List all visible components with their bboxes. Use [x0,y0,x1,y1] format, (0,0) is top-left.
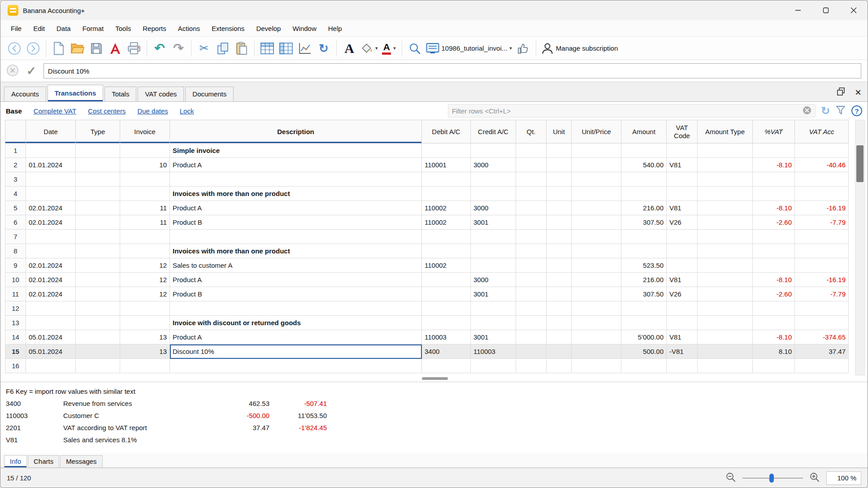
menu-item-develop[interactable]: Develop [250,20,286,36]
cell-vat_code[interactable] [667,359,698,373]
cell-unit[interactable] [547,244,572,258]
cell-description[interactable]: Product A [170,330,422,344]
cell-amount_type[interactable] [698,287,753,301]
cell-qt[interactable] [516,301,547,316]
col-header-qt[interactable]: Qt. [516,120,547,144]
cell-amount[interactable] [621,172,667,187]
cell-qt[interactable] [516,244,547,258]
col-header-date[interactable]: Date [26,120,76,144]
cell-num[interactable]: 14 [5,330,26,344]
cell-amount_type[interactable] [698,158,753,172]
cell-vat_acc[interactable] [795,230,849,244]
cell-vat_code[interactable]: V81 [667,158,698,172]
bottom-tab-charts[interactable]: Charts [28,455,59,467]
cell-date[interactable] [26,316,76,330]
cell-num[interactable]: 15 [5,344,26,359]
cell-amount[interactable] [621,144,667,158]
cell-debit[interactable]: 110003 [422,330,471,344]
cell-amount[interactable] [621,316,667,330]
cell-qt[interactable] [516,359,547,373]
cell-date[interactable] [26,144,76,158]
cell-date[interactable] [26,230,76,244]
cell-credit[interactable] [471,230,516,244]
cell-vat_code[interactable]: V26 [667,287,698,301]
cell-description[interactable]: Product A [170,158,422,172]
cell-amount[interactable] [621,230,667,244]
cell-unit[interactable] [547,172,572,187]
cell-description[interactable]: Invoice with discount or returned goods [170,316,422,330]
zoom-in-button[interactable] [809,472,820,484]
cell-description[interactable] [170,301,422,316]
cell-vat_code[interactable] [667,316,698,330]
tab-accounts[interactable]: Accounts [4,87,46,101]
open-file-button[interactable] [68,39,87,58]
tab-vat-codes[interactable]: VAT codes [138,87,184,101]
cell-pct_vat[interactable]: -2.60 [753,287,795,301]
cell-credit[interactable] [471,316,516,330]
cell-pct_vat[interactable] [753,144,795,158]
view-due-dates[interactable]: Due dates [137,107,168,115]
cell-num[interactable]: 7 [5,230,26,244]
cell-unit_price[interactable] [572,287,621,301]
cell-qt[interactable] [516,172,547,187]
cell-debit[interactable] [422,316,471,330]
col-header-unit_price[interactable]: Unit/Price [572,120,621,144]
col-header-amount_type[interactable]: Amount Type [698,120,753,144]
cell-type[interactable] [76,316,120,330]
cell-pct_vat[interactable] [753,359,795,373]
cell-invoice[interactable]: 12 [120,258,170,273]
cell-num[interactable]: 8 [5,244,26,258]
cell-invoice[interactable]: 12 [120,273,170,287]
cell-pct_vat[interactable]: 8.10 [753,344,795,359]
cell-debit[interactable] [422,144,471,158]
menu-item-extensions[interactable]: Extensions [206,20,250,36]
cell-invoice[interactable] [120,230,170,244]
cell-vat_acc[interactable]: -16.19 [795,201,849,215]
horizontal-scrollbar-thumb[interactable] [422,377,448,380]
cell-num[interactable]: 2 [5,158,26,172]
cell-pct_vat[interactable]: -8.10 [753,330,795,344]
cell-amount_type[interactable] [698,215,753,230]
cell-pct_vat[interactable] [753,316,795,330]
cell-qt[interactable] [516,187,547,201]
font-color-button[interactable]: A ▾ [380,39,399,58]
menu-item-window[interactable]: Window [286,20,322,36]
cell-vat_acc[interactable] [795,258,849,273]
cell-vat_acc[interactable]: -40.46 [795,158,849,172]
cell-pct_vat[interactable]: -8.10 [753,273,795,287]
cell-description[interactable]: Invoices with more than one product [170,244,422,258]
cell-type[interactable] [76,301,120,316]
cell-credit[interactable]: 3000 [471,273,516,287]
manage-subscription-button[interactable]: Manage subscription [539,39,620,58]
cell-date[interactable] [26,187,76,201]
cell-amount[interactable]: 500.00 [621,344,667,359]
cell-vat_code[interactable]: V81 [667,330,698,344]
cell-vat_code[interactable] [667,144,698,158]
col-header-pct_vat[interactable]: %VAT [753,120,795,144]
cell-invoice[interactable]: 11 [120,201,170,215]
col-header-description[interactable]: Description [170,120,422,144]
cell-invoice[interactable] [120,187,170,201]
cell-date[interactable]: 02.01.2024 [26,287,76,301]
cell-pct_vat[interactable]: -2.60 [753,215,795,230]
filter-rows-input[interactable] [452,107,799,115]
cell-vat_code[interactable] [667,301,698,316]
cell-date[interactable]: 05.01.2024 [26,344,76,359]
help-button[interactable]: ? [851,105,862,116]
cell-unit[interactable] [547,158,572,172]
cell-unit_price[interactable] [572,187,621,201]
cell-description[interactable] [170,359,422,373]
cell-qt[interactable] [516,316,547,330]
cell-type[interactable] [76,158,120,172]
cell-qt[interactable] [516,158,547,172]
cell-type[interactable] [76,344,120,359]
cell-description[interactable]: Simple invoice [170,144,422,158]
cell-vat_acc[interactable] [795,172,849,187]
cell-qt[interactable] [516,344,547,359]
cell-vat_acc[interactable]: -374.65 [795,330,849,344]
cell-date[interactable] [26,244,76,258]
cell-amount_type[interactable] [698,244,753,258]
zoom-slider[interactable] [742,473,803,483]
bottom-tab-info[interactable]: Info [4,455,27,467]
cell-date[interactable]: 02.01.2024 [26,258,76,273]
